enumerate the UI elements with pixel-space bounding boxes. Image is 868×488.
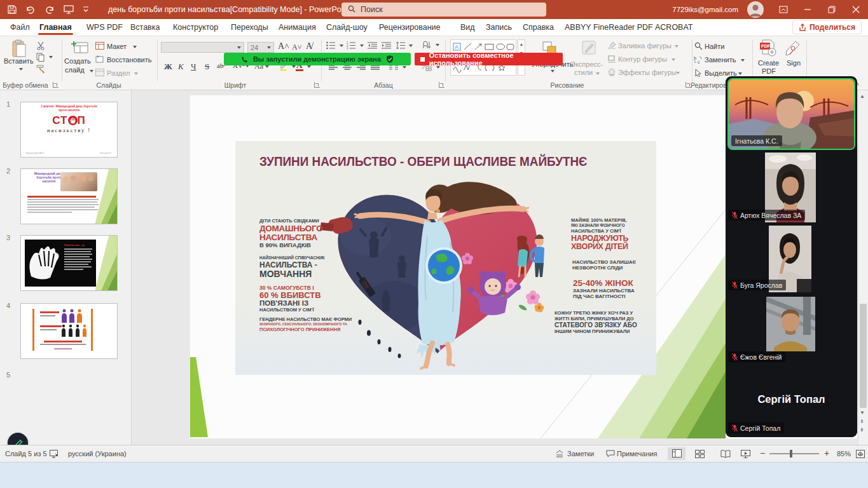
slide-scrollbar[interactable]: ▲ ▼ ⇞ ⇟ <box>858 90 868 445</box>
zoom-level[interactable]: 85% <box>837 450 851 458</box>
scrollbar-thumb[interactable] <box>860 304 867 408</box>
tab-wps-pdf[interactable]: WPS PDF <box>86 19 123 36</box>
font-group-label: Шрифт <box>216 81 254 89</box>
tab-transitions[interactable]: Переходы <box>231 19 268 36</box>
shield-check-icon <box>386 55 394 63</box>
avatar[interactable] <box>747 1 764 18</box>
pp-status-bar: Слайд 5 из 5 русский (Украина) Заметки П… <box>0 445 868 462</box>
account-email[interactable]: 7729iks@gmail.com <box>672 6 738 13</box>
stop-sharing-button[interactable]: Остановить совместное использование <box>415 53 563 65</box>
participant-tile-5[interactable]: Сергій Топал Сергій Топал <box>726 365 857 437</box>
share-button[interactable]: Поделиться <box>792 20 862 34</box>
participant-name-badge: Артюх Вячеслав ЗА <box>728 210 805 220</box>
bold-button[interactable]: Ж <box>164 62 172 72</box>
thumb-num-2: 2 <box>6 167 10 175</box>
slide-thumb-2[interactable]: Міжнародний день боротьби проти насилля <box>20 168 118 224</box>
stop-sharing-text: Остановить совместное использование <box>429 51 563 67</box>
reading-view-button[interactable] <box>720 450 731 459</box>
tab-review[interactable]: Рецензирование <box>379 19 441 36</box>
slide-thumb-3[interactable]: Насильство - це <box>20 235 118 291</box>
zoom-out-button[interactable]: − <box>760 448 765 458</box>
svg-text:3: 3 <box>347 48 348 50</box>
redo-icon[interactable] <box>46 5 55 14</box>
language-status[interactable]: русский (Украина) <box>68 450 127 458</box>
paragraph-group-label: Абзац <box>364 81 403 89</box>
search-icon <box>348 5 355 15</box>
window-title: день боротьби проти насильства[Compatibi… <box>108 0 350 19</box>
svg-text:PDF: PDF <box>761 44 771 48</box>
tab-home[interactable]: Главная <box>39 19 72 36</box>
ribbon-tabs: Файл Главная WPS PDF Вставка Конструктор… <box>0 19 868 36</box>
normal-view-button[interactable] <box>668 447 685 460</box>
save-icon[interactable] <box>8 5 17 14</box>
tab-record[interactable]: Запись <box>486 19 512 36</box>
italic-button[interactable]: К <box>178 62 184 72</box>
thumb-num-3: 3 <box>6 234 10 241</box>
restore-button[interactable] <box>820 0 844 19</box>
tab-design[interactable]: Конструктор <box>173 19 218 36</box>
ribbon-display-options-button[interactable] <box>771 0 796 19</box>
participant-name-badge: Ігнатьєва К.С. <box>731 135 782 146</box>
title-bar: день боротьби проти насильства[Compatibi… <box>0 0 868 19</box>
tab-insert[interactable]: Вставка <box>130 19 160 36</box>
tab-abbyy[interactable]: ABBYY FineReader PDF <box>565 19 653 36</box>
shrink-font-button[interactable]: A˅ <box>292 43 301 52</box>
slide-thumb-4[interactable] <box>20 303 118 359</box>
present-icon[interactable] <box>64 5 74 14</box>
tab-file[interactable]: Файл <box>10 19 30 36</box>
tab-view[interactable]: Вид <box>460 19 475 36</box>
strikethrough-button[interactable]: S <box>205 62 209 72</box>
tab-slideshow[interactable]: Слайд-шоу <box>326 19 368 36</box>
fit-slide-button[interactable] <box>856 450 865 459</box>
clipboard-dialog-launcher[interactable] <box>53 82 59 88</box>
stop-icon <box>420 57 425 62</box>
zoom-slider-thumb[interactable] <box>790 450 792 458</box>
undo-icon[interactable] <box>25 5 37 14</box>
paragraph-dialog-launcher[interactable] <box>439 82 444 88</box>
clipboard-group-label: Буфер обмена <box>1 81 50 89</box>
zoom-in-button[interactable]: + <box>824 448 829 458</box>
slide-counter: Слайд 5 из 5 <box>5 450 47 458</box>
svg-text:A: A <box>455 44 458 50</box>
phone-icon <box>241 56 248 63</box>
font-name-combo[interactable] <box>161 42 244 53</box>
close-button[interactable] <box>844 0 868 19</box>
font-dialog-launcher[interactable] <box>314 82 320 88</box>
tab-animations[interactable]: Анимация <box>279 19 316 36</box>
grow-font-button[interactable]: A˄ <box>278 41 289 51</box>
clear-format-button[interactable]: A̸ <box>306 41 312 51</box>
muted-mic-icon <box>732 353 738 361</box>
participant-tile-1[interactable]: Ігнатьєва К.С. <box>727 78 855 150</box>
underline-button[interactable]: Ч <box>191 62 196 72</box>
svg-text:b: b <box>694 56 696 60</box>
notes-button[interactable]: Заметки <box>555 450 594 458</box>
comments-button[interactable]: Примечания <box>606 450 658 458</box>
thumb-num-1: 1 <box>6 100 10 108</box>
slide-sorter-view-button[interactable] <box>695 450 705 459</box>
tab-acrobat[interactable]: ACROBAT <box>655 19 693 36</box>
zoom-slider[interactable] <box>769 453 819 454</box>
tab-help[interactable]: Справка <box>523 19 554 36</box>
participant-tile-4[interactable]: Єжов Євгеній <box>726 294 857 365</box>
qat-customize-icon[interactable] <box>83 6 89 13</box>
share-label: Поделиться <box>809 23 855 32</box>
participant-name-badge: Єжов Євгеній <box>728 351 785 362</box>
titlebar-search[interactable]: Поиск <box>341 3 546 17</box>
infographic-poster: ЗУПИНИ НАСИЛЬСТВО - ОБЕРИ ЩАСЛИВЕ МАЙБУТ… <box>235 141 656 375</box>
editing-group-label: Редактиров <box>691 81 727 89</box>
participant-tile-2[interactable]: Артюх Вячеслав ЗА <box>726 151 857 224</box>
svg-text:c: c <box>698 60 700 64</box>
slide-thumb-1[interactable]: 2 жовтня - Міжнародний день боротьбипрот… <box>20 102 118 158</box>
slide-thumbnails-panel: 1 2 3 4 5 2 жовтня - Міжнародний день бо… <box>0 90 132 445</box>
minimize-button[interactable] <box>796 0 820 19</box>
accessibility-icon[interactable] <box>50 450 60 459</box>
font-size-combo[interactable]: 24 <box>247 42 274 53</box>
participant-display-name: Сергій Топал <box>726 393 857 405</box>
char-spacing-button[interactable]: ab̶ <box>217 62 223 69</box>
screen-share-banner: Вы запустили демонстрацию экрана <box>224 53 411 65</box>
muted-mic-icon <box>732 424 738 432</box>
video-call-panel: Ігнатьєва К.С. Артюх Вячеслав ЗА <box>726 76 857 437</box>
slideshow-view-button[interactable] <box>741 450 750 459</box>
participant-tile-3[interactable]: Буга Ярослав <box>726 224 857 294</box>
muted-mic-icon <box>732 281 738 289</box>
